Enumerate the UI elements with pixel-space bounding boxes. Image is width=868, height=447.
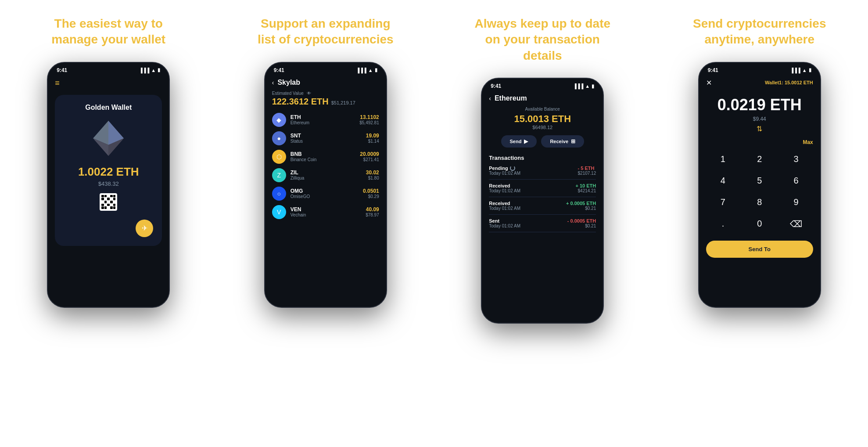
wifi-icon-2: ▲ — [368, 68, 373, 73]
tx-item-1[interactable]: Received Today 01:02 AM + 10 ETH $4214.2… — [489, 183, 596, 197]
pending-icon — [510, 166, 515, 171]
crypto-item-ven[interactable]: V VEN Vechain 40.09 $78.97 — [272, 205, 379, 219]
crypto-fullname: Ethereum — [291, 120, 355, 125]
battery-icon-2: ▮ — [375, 67, 377, 73]
send-btn-label: Send — [510, 139, 522, 144]
est-label: Estimated Value 👁 — [272, 91, 379, 96]
back-arrow-2[interactable]: ‹ — [272, 79, 274, 86]
s4-wallet-label: Wallet1: 15.0012 ETH — [765, 80, 813, 85]
crypto-name-col: VEN Vechain — [291, 206, 361, 217]
tx-right: - 0.0005 ETH $0.21 — [567, 218, 596, 228]
screen-1: 9:41 ▐▐▐ ▲ ▮ ≡ Golden Wallet — [48, 63, 169, 307]
time-2: 9:41 — [274, 67, 284, 73]
panel-4: Send cryptocurrencies anytime, anywhere … — [651, 0, 868, 447]
eth-logo — [86, 119, 130, 158]
crypto-amount: 30.02 — [366, 169, 379, 176]
est-value: 122.3612 ETH — [272, 97, 329, 107]
tx-type: Received — [489, 201, 520, 206]
crypto-icon-eth: ◆ — [272, 113, 286, 127]
receive-btn-icon: ⊞ — [571, 138, 575, 144]
send-btn-icon: ▶ — [524, 138, 528, 144]
tx-item-2[interactable]: Received Today 01:02 AM + 0.0005 ETH $0.… — [489, 201, 596, 215]
back-title-2: Skylab — [277, 79, 300, 87]
tx-left: Pending Today 01:02 AM — [489, 166, 520, 176]
num-btn-1[interactable]: 1 — [706, 150, 740, 169]
avail-label: Available Balance — [489, 107, 596, 112]
notch-4 — [738, 63, 782, 72]
signal-icon: ▐▐▐ — [139, 68, 149, 73]
battery-icon-3: ▮ — [592, 83, 594, 89]
page-wrapper: The easiest way to manage your wallet 9:… — [0, 0, 868, 447]
send-to-btn[interactable]: Send To — [706, 241, 813, 258]
est-row: 122.3612 ETH $51,219.17 — [272, 97, 379, 107]
tx-time: Today 01:02 AM — [489, 171, 520, 176]
tx-right: + 10 ETH $4214.21 — [575, 183, 596, 193]
crypto-fullname: Vechain — [291, 213, 361, 217]
crypto-item-bnb[interactable]: ⬡ BNB Binance Coin 20.0009 $271.41 — [272, 150, 379, 164]
crypto-item-zil[interactable]: Z ZIL Zilliqua 30.02 $1.80 — [272, 168, 379, 182]
signal-icon-3: ▐▐▐ — [573, 83, 583, 89]
back-title-3: Ethereum — [495, 94, 527, 102]
num-btn-6[interactable]: 6 — [779, 171, 813, 190]
panel-3-title: Always keep up to date on your transacti… — [472, 16, 613, 64]
screen-2: 9:41 ▐▐▐ ▲ ▮ ‹ Skylab Estimated Value 👁 — [265, 63, 386, 307]
time-1: 9:41 — [57, 67, 67, 73]
close-btn[interactable]: ✕ — [706, 79, 712, 87]
back-header-3: ‹ Ethereum — [489, 94, 596, 102]
crypto-usd: $78.97 — [366, 213, 379, 217]
num-btn-backspace[interactable]: ⌫ — [779, 214, 813, 234]
menu-icon[interactable]: ≡ — [55, 79, 60, 88]
back-header-2: ‹ Skylab — [272, 79, 379, 87]
s4-max[interactable]: Max — [706, 139, 813, 145]
numpad: 123456789.0⌫ — [706, 150, 813, 234]
s4-header: ✕ Wallet1: 15.0012 ETH — [706, 79, 813, 87]
send-btn[interactable]: Send ▶ — [501, 135, 537, 148]
screen3-content: ‹ Ethereum Available Balance 15.0013 ETH… — [482, 91, 603, 323]
screen4-content: ✕ Wallet1: 15.0012 ETH 0.0219 ETH $9.44 … — [699, 75, 820, 307]
crypto-amount: 19.09 — [366, 133, 379, 139]
crypto-usd: $5,492.81 — [359, 120, 379, 125]
tx-amount: + 0.0005 ETH — [566, 201, 596, 206]
status-icons-1: ▐▐▐ ▲ ▮ — [139, 67, 160, 73]
num-btn-3[interactable]: 3 — [779, 150, 813, 169]
crypto-val-col: 19.09 $1.14 — [366, 133, 379, 144]
action-btns: Send ▶ Receive ⊞ — [489, 135, 596, 148]
num-btn-2[interactable]: 2 — [742, 150, 776, 169]
crypto-amount: 40.09 — [366, 206, 379, 213]
tx-amount: + 10 ETH — [575, 183, 596, 188]
tx-amount: - 5 ETH — [578, 166, 596, 171]
crypto-symbol: SNT — [291, 133, 362, 139]
tx-type: Pending — [489, 166, 520, 171]
crypto-item-omg[interactable]: ○ OMG OmiseGO 0.0501 $0.29 — [272, 187, 379, 201]
tx-usd: $0.21 — [567, 224, 596, 228]
notch-1 — [86, 63, 130, 72]
receive-btn[interactable]: Receive ⊞ — [541, 135, 584, 148]
crypto-item-eth[interactable]: ◆ ETH Ethereum 13.1102 $5,492.81 — [272, 113, 379, 127]
crypto-item-snt[interactable]: ● SNT Status 19.09 $1.14 — [272, 131, 379, 145]
num-btn-8[interactable]: 8 — [742, 193, 776, 212]
screen2-content: ‹ Skylab Estimated Value 👁 122.3612 ETH … — [265, 75, 386, 307]
panel-1-title: The easiest way to manage your wallet — [38, 16, 179, 48]
svg-marker-1 — [108, 121, 124, 145]
crypto-icon-omg: ○ — [272, 187, 286, 201]
num-btn-4[interactable]: 4 — [706, 171, 740, 190]
tx-left: Received Today 01:02 AM — [489, 201, 520, 211]
crypto-name-col: ETH Ethereum — [291, 114, 355, 125]
status-icons-2: ▐▐▐ ▲ ▮ — [356, 67, 377, 73]
tx-item-0[interactable]: Pending Today 01:02 AM - 5 ETH $2107.12 — [489, 166, 596, 180]
num-btn-9[interactable]: 9 — [779, 193, 813, 212]
qr-code[interactable] — [100, 193, 117, 211]
back-arrow-3[interactable]: ‹ — [489, 95, 491, 102]
tx-item-3[interactable]: Sent Today 01:02 AM - 0.0005 ETH $0.21 — [489, 218, 596, 232]
tx-right: - 5 ETH $2107.12 — [578, 166, 596, 176]
num-btn-7[interactable]: 7 — [706, 193, 740, 212]
send-fab-icon: ✈ — [142, 224, 147, 232]
num-btn-0[interactable]: 0 — [742, 214, 776, 234]
send-fab[interactable]: ✈ — [136, 220, 153, 237]
phone-2: 9:41 ▐▐▐ ▲ ▮ ‹ Skylab Estimated Value 👁 — [264, 62, 387, 308]
crypto-fullname: OmiseGO — [291, 194, 359, 199]
num-btn-5[interactable]: 5 — [742, 171, 776, 190]
eye-icon[interactable]: 👁 — [307, 91, 311, 96]
panel-1: The easiest way to manage your wallet 9:… — [0, 0, 217, 447]
num-btn-dot[interactable]: . — [706, 214, 740, 234]
